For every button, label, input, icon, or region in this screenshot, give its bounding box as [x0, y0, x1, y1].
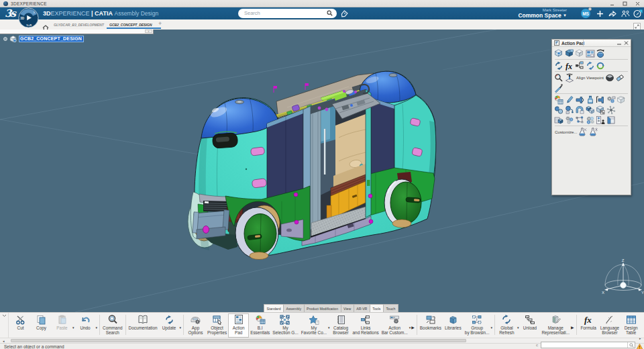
toolbar-item-my-selection-g[interactable]: My Selection G...	[271, 313, 299, 338]
dropdown-arrow-icon[interactable]: ▾	[180, 326, 182, 330]
action-bar-tab-tools[interactable]: Tools	[370, 304, 383, 312]
panel-cubes-icon[interactable]	[554, 115, 564, 125]
viewpoint-person-icon[interactable]	[565, 73, 574, 83]
toolbar-item-command-search[interactable]: Command Search	[101, 313, 123, 338]
toolbar-item-my-favorite-co[interactable]: My Favorite Co...	[300, 313, 328, 338]
action-bar-tab-ar-vr[interactable]: AR-VR	[354, 304, 370, 312]
user-block[interactable]: Mark Streeter Common Space ▼	[518, 8, 567, 19]
clamp-arrow-icon[interactable]	[575, 95, 584, 105]
action-pad-minimize-icon[interactable]	[617, 40, 621, 46]
shaded-sphere-icon[interactable]	[605, 73, 614, 83]
help-compass-icon[interactable]	[633, 9, 643, 18]
dropdown-arrow-icon[interactable]: ▾	[409, 326, 411, 330]
dropdown-arrow-icon[interactable]: ▾	[328, 326, 330, 330]
flask-a-icon[interactable]	[578, 128, 588, 137]
spokes-icon[interactable]	[606, 105, 616, 115]
toolbar-item-language-browser[interactable]: Language Browser	[599, 313, 621, 338]
action-bar-tab-standard[interactable]: Standard	[264, 304, 283, 312]
toolbar-item-documentation[interactable]: Documentation	[127, 313, 159, 338]
box-blue-icon[interactable]	[606, 115, 616, 125]
dropdown-arrow-icon[interactable]: ▾	[96, 326, 98, 330]
list-person-icon[interactable]	[596, 115, 605, 125]
bottle-icon[interactable]	[586, 95, 595, 105]
tree-root-node[interactable]: GCB2_CONCEPT_DESIGN	[3, 36, 84, 42]
update-ring-icon[interactable]	[554, 61, 564, 70]
scrollbar-thumb[interactable]	[11, 339, 466, 342]
action-bar-collapse-button[interactable]	[0, 313, 9, 338]
toolbar-item-paste[interactable]: Paste	[52, 313, 72, 338]
stylus-icon[interactable]	[565, 95, 574, 105]
formula-fx-icon[interactable]: fx	[565, 61, 574, 70]
nav-tab-glydcar[interactable]: GLYDCAR_B3_DEVELOPMENT	[54, 19, 111, 30]
gear-pack-icon[interactable]	[606, 95, 616, 105]
toolbar-item-global-refresh[interactable]: Global Refresh	[496, 313, 517, 338]
ball-grid-icon[interactable]	[554, 95, 564, 105]
zoom-lens-icon[interactable]	[554, 73, 564, 83]
toolbar-item-action-bar-custom[interactable]: Action Bar Custom...	[380, 313, 409, 338]
add-content-button[interactable]	[594, 9, 605, 18]
toolbar-item-group-by-browsin[interactable]: Group by Browsin...	[464, 313, 491, 338]
toolbar-item-manage-representati[interactable]: Manage Representati...	[540, 313, 571, 338]
dropdown-arrow-icon[interactable]: ▾	[517, 326, 519, 330]
ghost-box-icon[interactable]	[616, 95, 626, 105]
navigation-compass-triad[interactable]: Z X Y	[602, 258, 644, 300]
action-pad-close-icon[interactable]	[624, 40, 629, 46]
picker-pen-icon[interactable]	[554, 83, 564, 93]
3d-viewport[interactable]: ‹ GCB2_CONCEPT_DESIGN	[0, 30, 644, 312]
avatar[interactable]: MS	[581, 9, 590, 18]
cube-checker-icon[interactable]	[596, 105, 605, 115]
gear-cluster-icon[interactable]	[565, 115, 574, 125]
dropdown-arrow-icon[interactable]: ▾	[72, 326, 74, 330]
toolbar-item-object-properties[interactable]: Object Properties	[206, 313, 228, 338]
explore-cube-icon[interactable]	[554, 49, 564, 58]
toolbar-item-cut[interactable]: Cut	[10, 313, 31, 338]
power-input-field[interactable]	[541, 342, 635, 348]
expand-right-icon[interactable]: ▶	[411, 325, 415, 330]
action-bar-tab-view[interactable]: View	[341, 304, 354, 312]
window-layout-icon[interactable]	[586, 49, 595, 58]
share-button[interactable]	[607, 9, 618, 18]
toolbar-item-b-i-essentials[interactable]: B.I Essentials	[249, 313, 271, 338]
toolbar-item-copy[interactable]: Copy	[31, 313, 52, 338]
structure-tree-icon[interactable]	[575, 61, 584, 70]
collaboration-people-icon[interactable]	[620, 9, 631, 18]
dropdown-arrow-icon[interactable]: ▾	[490, 326, 492, 330]
action-pad-titlebar[interactable]: Action Pad	[552, 40, 631, 47]
sphere-pair-icon[interactable]	[554, 105, 564, 115]
toolbar-item-unload[interactable]: Unload	[519, 313, 540, 338]
cube-pair-icon[interactable]	[586, 105, 595, 115]
new-tab-button[interactable]: +	[158, 20, 162, 27]
tree-root-label[interactable]: GCB2_CONCEPT_DESIGN	[19, 36, 84, 42]
action-bar-tab-assembly[interactable]: Assembly	[283, 304, 304, 312]
collapse-left-icon[interactable]: ‹	[145, 30, 152, 33]
minimize-button[interactable]	[606, 0, 619, 7]
command-search-icon[interactable]	[627, 342, 635, 348]
toolbar-item-action-pad[interactable]: Action Pad	[228, 313, 249, 338]
nav-tab-gcb2[interactable]: GCB2_CONCEPT_DESIGN	[109, 19, 158, 30]
vehicle-model[interactable]	[186, 67, 443, 268]
maximize-button[interactable]	[619, 0, 631, 7]
toolbar-item-app-options[interactable]: App Options	[185, 313, 206, 338]
3dcompass-icon[interactable]: 3D V+R 3	[18, 7, 39, 31]
rotate-grab-icon[interactable]	[596, 49, 605, 58]
expand-right-icon[interactable]: ▶	[571, 325, 574, 330]
workspace-selector[interactable]: Common Space ▼	[518, 13, 567, 19]
frame-clamp-icon[interactable]	[596, 95, 605, 105]
refresh-green-icon[interactable]	[596, 61, 605, 70]
eraser-icon[interactable]	[615, 73, 625, 83]
ghost-part-icon[interactable]	[575, 49, 584, 58]
toolbar-item-bookmarks[interactable]: Bookmarks	[419, 313, 443, 338]
sphere-anchor-icon[interactable]	[565, 105, 574, 115]
toolbar-item-catalog-browser[interactable]: Catalog Browser	[331, 313, 352, 338]
gear-flower-icon[interactable]	[586, 115, 595, 125]
search-icon[interactable]	[327, 10, 333, 16]
toolbar-item-formula[interactable]: fxFormula	[578, 313, 599, 338]
tree-expand-icon[interactable]	[3, 37, 7, 41]
scroll-right-icon[interactable]: ▸	[639, 336, 641, 340]
molecule-icon[interactable]	[575, 115, 584, 125]
flask-b-icon[interactable]	[589, 128, 598, 137]
toolbar-item-undo[interactable]: Undo	[75, 313, 96, 338]
toolbar-item-links-and-relations[interactable]: Links and Relations	[352, 313, 380, 338]
warning-icon[interactable]	[636, 341, 643, 349]
toolbar-item-update[interactable]: Update	[159, 313, 180, 338]
